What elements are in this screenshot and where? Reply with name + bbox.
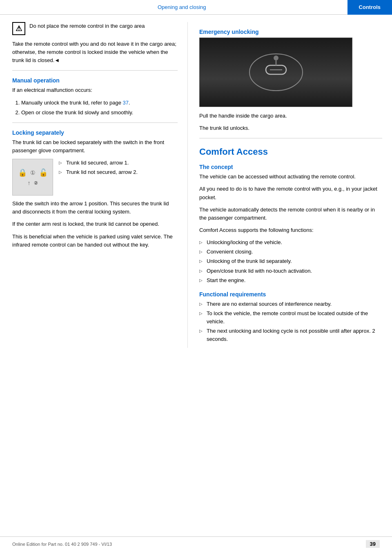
page-number: 39 xyxy=(366,540,380,548)
step-1: Manually unlock the trunk lid, refer to … xyxy=(21,99,178,107)
locking-body3: If the center arm rest is locked, the tr… xyxy=(12,220,178,228)
concept-bullet-2: Convenient closing. xyxy=(199,248,382,256)
locking-separately-body1: The trunk lid can be locked separately w… xyxy=(12,138,178,155)
comfort-access-heading: Comfort Access xyxy=(199,147,382,157)
concept-bullet-4: Open/close trunk lid with no-touch activ… xyxy=(199,267,382,275)
func-bullet-2: To lock the vehicle, the remote control … xyxy=(199,309,382,326)
page-footer: Online Edition for Part no. 01 40 2 909 … xyxy=(0,536,392,548)
func-bullet-1: There are no external sources of interfe… xyxy=(199,300,382,308)
warning-box: ⚠ Do not place the remote control in the… xyxy=(12,22,178,35)
concept-bullet-3: Unlocking of the trunk lid separately. xyxy=(199,257,382,265)
lock-image-area: 🔒 ① 🔓 ↑ ② Trunk lid secured, arrow 1. Tr… xyxy=(12,159,178,196)
concept-body1: The vehicle can be accessed without acti… xyxy=(199,173,382,181)
right-column: Emergency unlocking Pull the han xyxy=(188,22,392,348)
step-2: Open or close the trunk lid slowly and s… xyxy=(21,109,178,117)
arrow-2-num: ② xyxy=(34,180,38,186)
the-concept-heading: The concept xyxy=(199,164,382,170)
header-left-label: Opening and closing xyxy=(0,4,347,10)
emergency-body2: The trunk lid unlocks. xyxy=(199,124,382,132)
func-bullet-3: The next unlocking and locking cycle is … xyxy=(199,327,382,343)
locking-body4: This is beneficial when the vehicle is p… xyxy=(12,233,178,249)
manual-operation-heading: Manual operation xyxy=(12,77,178,84)
left-column: ⚠ Do not place the remote control in the… xyxy=(0,22,188,348)
divider-3 xyxy=(199,138,382,138)
concept-bullet-1: Unlocking/locking of the vehicle. xyxy=(199,238,382,247)
bullet-trunk-secured: Trunk lid secured, arrow 1. xyxy=(59,159,138,167)
lock-bullets: Trunk lid secured, arrow 1. Trunk lid no… xyxy=(59,159,138,178)
concept-bullet-5: Start the engine. xyxy=(199,276,382,285)
divider-2 xyxy=(12,122,178,123)
step-1-link[interactable]: 37 xyxy=(123,100,129,106)
lock-icon-1: 🔒 xyxy=(18,168,27,177)
lock-row-top: 🔒 ① 🔓 xyxy=(18,168,48,177)
lock-image-inner: 🔒 ① 🔓 ↑ ② xyxy=(18,168,48,186)
functional-requirements-heading: Functional requirements xyxy=(199,291,382,298)
header-right-label: Controls xyxy=(347,0,392,15)
lock-icon-2: 🔓 xyxy=(39,168,48,177)
emergency-image-svg xyxy=(247,50,305,95)
emergency-unlocking-heading: Emergency unlocking xyxy=(199,29,382,35)
main-content: ⚠ Do not place the remote control in the… xyxy=(0,15,392,348)
warning-text: Do not place the remote control in the c… xyxy=(29,22,145,30)
warning-body: Take the remote control with you and do … xyxy=(12,40,178,64)
divider-1 xyxy=(12,70,178,71)
concept-body2: All you need to do is to have the remote… xyxy=(199,185,382,201)
bullet-trunk-not-secured: Trunk lid not secured, arrow 2. xyxy=(59,168,138,176)
emergency-body1: Pull the handle inside the cargo area. xyxy=(199,112,382,120)
page-header: Opening and closing Controls xyxy=(0,0,392,15)
lock-row-bottom: ↑ ② xyxy=(28,180,38,186)
footer-edition: Online Edition for Part no. 01 40 2 909 … xyxy=(12,542,112,547)
warning-icon: ⚠ xyxy=(12,22,25,35)
locking-separately-heading: Locking separately xyxy=(12,129,178,136)
concept-body4: Comfort Access supports the following fu… xyxy=(199,226,382,234)
lock-image: 🔒 ① 🔓 ↑ ② xyxy=(12,159,53,196)
emergency-image xyxy=(199,38,352,107)
concept-bullets: Unlocking/locking of the vehicle. Conven… xyxy=(199,238,382,285)
arrow-1: ① xyxy=(30,169,36,176)
locking-body2: Slide the switch into the arrow 1 positi… xyxy=(12,200,178,216)
manual-operation-steps: Manually unlock the trunk lid, refer to … xyxy=(12,99,178,117)
svg-point-3 xyxy=(274,56,278,60)
functional-requirements-bullets: There are no external sources of interfe… xyxy=(199,300,382,344)
manual-operation-intro: If an electrical malfunction occurs: xyxy=(12,86,178,94)
concept-body3: The vehicle automatically detects the re… xyxy=(199,206,382,222)
arrow-2: ↑ xyxy=(28,180,31,186)
